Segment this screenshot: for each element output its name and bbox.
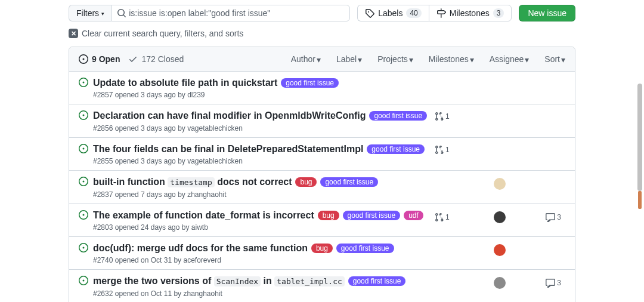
issue-meta: #2857 opened 3 days ago by dl239 bbox=[93, 91, 434, 99]
avatar[interactable] bbox=[494, 244, 506, 256]
open-tab[interactable]: 9 Open bbox=[79, 54, 120, 64]
issue-title-link[interactable]: The four fields can be final in DeletePr… bbox=[93, 144, 363, 154]
caret-icon: ▾ bbox=[525, 55, 529, 64]
caret-icon: ▾ bbox=[409, 55, 413, 64]
issue-label[interactable]: bug bbox=[318, 211, 339, 220]
avatar[interactable] bbox=[494, 211, 506, 223]
comments-col[interactable]: 3 bbox=[541, 278, 565, 288]
scrollbar-accent bbox=[638, 191, 642, 209]
filter-toolbar: Author▾ Label▾ Projects▾ Milestones▾ Ass… bbox=[291, 54, 565, 64]
issue-open-icon bbox=[79, 276, 88, 285]
issue-meta: #2855 opened 3 days ago by vagetablechic… bbox=[93, 157, 434, 165]
linked-pr[interactable]: 1 bbox=[434, 145, 458, 155]
avatar[interactable] bbox=[494, 178, 506, 190]
issue-row: Update to absolute file path in quicksta… bbox=[69, 72, 575, 104]
caret-icon: ▾ bbox=[101, 11, 104, 17]
comment-icon bbox=[546, 212, 555, 222]
issue-meta: #2803 opened 24 days ago by aiwtb bbox=[93, 223, 434, 232]
issue-title-link[interactable]: Declaration can have final modifier in O… bbox=[93, 110, 366, 121]
filters-button[interactable]: Filters ▾ bbox=[69, 5, 112, 21]
new-issue-button[interactable]: New issue bbox=[519, 5, 575, 21]
caret-icon: ▾ bbox=[470, 55, 474, 64]
closed-count-text: 172 Closed bbox=[141, 54, 184, 64]
filter-sort[interactable]: Sort▾ bbox=[544, 54, 565, 64]
linked-pr[interactable]: 1 bbox=[434, 112, 458, 121]
assignee-col[interactable] bbox=[488, 211, 512, 223]
issue-row: doc(udf): merge udf docs for the same fu… bbox=[69, 236, 575, 269]
milestones-text: Milestones bbox=[450, 8, 490, 18]
issue-label[interactable]: bug bbox=[295, 177, 317, 187]
issues-box: 9 Open 172 Closed Author▾ Label▾ Project… bbox=[69, 47, 575, 302]
milestone-icon bbox=[436, 8, 446, 18]
git-pull-request-icon bbox=[434, 112, 444, 121]
assignee-col[interactable] bbox=[488, 277, 512, 289]
issue-meta: #2740 opened on Oct 31 by aceforeverd bbox=[93, 256, 434, 264]
comments-col[interactable]: 3 bbox=[541, 212, 565, 222]
issue-open-icon bbox=[79, 110, 88, 120]
clear-filters-text: Clear current search query, filters, and… bbox=[82, 29, 243, 38]
milestones-count: 3 bbox=[493, 8, 504, 18]
issue-label[interactable]: good first issue bbox=[336, 244, 394, 253]
labels-button[interactable]: Labels 40 bbox=[357, 5, 429, 21]
caret-icon: ▾ bbox=[358, 55, 362, 64]
labels-text: Labels bbox=[378, 8, 402, 18]
filter-label[interactable]: Label▾ bbox=[336, 54, 362, 64]
scrollbar-thumb[interactable] bbox=[637, 84, 642, 191]
inline-code: tablet_impl.cc bbox=[274, 276, 345, 286]
issue-label[interactable]: udf bbox=[404, 211, 423, 220]
issue-label[interactable]: good first issue bbox=[367, 144, 425, 154]
search-wrap[interactable] bbox=[112, 5, 350, 21]
open-count-text: 9 Open bbox=[92, 54, 120, 64]
git-pull-request-icon bbox=[434, 145, 444, 155]
scrollbar[interactable] bbox=[636, 0, 643, 302]
issue-meta: #2837 opened 7 days ago by zhanghaohit bbox=[93, 190, 434, 199]
issue-label[interactable]: good first issue bbox=[281, 78, 339, 88]
assignee-col[interactable] bbox=[488, 244, 512, 256]
issue-title-link[interactable]: merge the two versions of ScanIndex in t… bbox=[93, 276, 345, 286]
issue-row: Declaration can have final modifier in O… bbox=[69, 104, 575, 137]
filter-assignee[interactable]: Assignee▾ bbox=[490, 54, 530, 64]
subnav-row: Filters ▾ Labels 40 Milestones 3 New iss… bbox=[69, 5, 575, 21]
comment-icon bbox=[546, 278, 555, 288]
issue-title-link[interactable]: doc(udf): merge udf docs for the same fu… bbox=[93, 243, 308, 253]
search-filter-group: Filters ▾ bbox=[69, 5, 350, 21]
issue-label[interactable]: good first issue bbox=[348, 276, 406, 286]
issue-label[interactable]: good first issue bbox=[369, 111, 427, 121]
closed-tab[interactable]: 172 Closed bbox=[128, 54, 184, 64]
labels-milestones-group: Labels 40 Milestones 3 bbox=[357, 5, 512, 21]
search-input[interactable] bbox=[126, 8, 345, 18]
issue-title-link[interactable]: The example of function date_format is i… bbox=[93, 210, 314, 220]
filter-projects[interactable]: Projects▾ bbox=[377, 54, 413, 64]
issue-label[interactable]: bug bbox=[311, 244, 333, 253]
issue-label[interactable]: good first issue bbox=[320, 177, 378, 187]
issue-open-icon bbox=[79, 144, 88, 153]
issue-open-icon bbox=[79, 210, 88, 220]
git-pull-request-icon bbox=[434, 212, 444, 222]
issue-open-icon bbox=[79, 177, 88, 186]
assignee-col[interactable] bbox=[488, 178, 512, 190]
labels-count: 40 bbox=[406, 8, 421, 18]
check-icon bbox=[128, 54, 138, 64]
milestones-button[interactable]: Milestones 3 bbox=[429, 5, 512, 21]
issue-meta: #2856 opened 3 days ago by vagetablechic… bbox=[93, 124, 434, 132]
clear-filters-link[interactable]: ✕ Clear current search query, filters, a… bbox=[69, 29, 575, 38]
issue-title-link[interactable]: Update to absolute file path in quicksta… bbox=[93, 78, 277, 88]
inline-code: timestamp bbox=[168, 177, 214, 187]
tag-icon bbox=[365, 8, 374, 18]
linked-pr[interactable]: 1 bbox=[434, 212, 458, 222]
issue-title-link[interactable]: built-in function timestamp docs not cor… bbox=[93, 177, 292, 187]
search-icon bbox=[117, 8, 126, 18]
filters-label: Filters bbox=[76, 8, 99, 18]
issue-label[interactable]: good first issue bbox=[343, 211, 401, 220]
issue-open-icon bbox=[79, 78, 88, 87]
caret-icon: ▾ bbox=[317, 55, 321, 64]
filter-author[interactable]: Author▾ bbox=[291, 54, 321, 64]
caret-icon: ▾ bbox=[561, 55, 565, 64]
inline-code: ScanIndex bbox=[214, 276, 261, 286]
issue-meta: #2632 opened on Oct 11 by zhanghaohit bbox=[93, 289, 434, 298]
issues-list-header: 9 Open 172 Closed Author▾ Label▾ Project… bbox=[69, 47, 575, 72]
filter-milestones[interactable]: Milestones▾ bbox=[429, 54, 474, 64]
issue-row: merge the two versions of ScanIndex in t… bbox=[69, 269, 575, 302]
issue-row: The four fields can be final in DeletePr… bbox=[69, 137, 575, 170]
avatar[interactable] bbox=[494, 277, 506, 289]
